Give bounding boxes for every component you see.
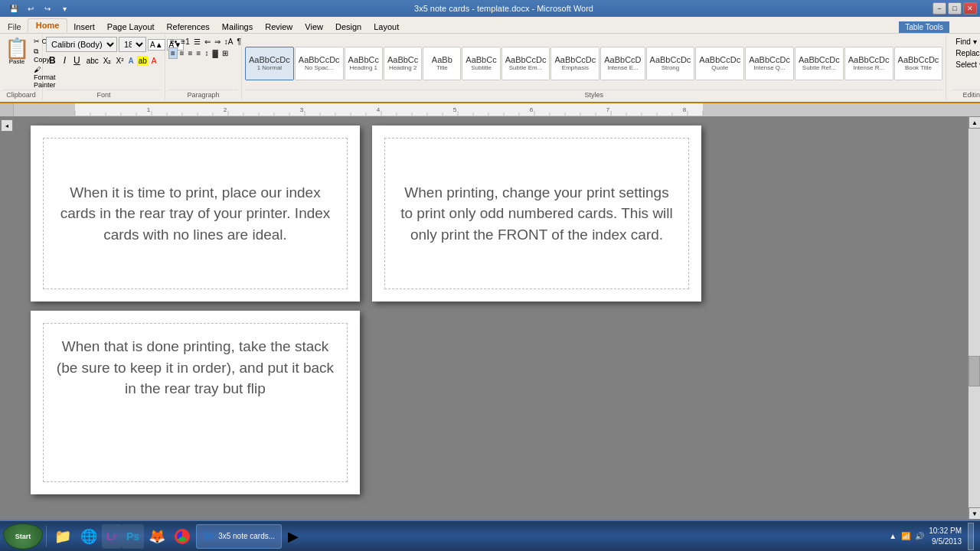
customize-qat-btn[interactable]: ▾ <box>57 2 72 15</box>
shading-btn[interactable]: ▓ <box>211 48 219 58</box>
style-heading2[interactable]: AaBbCcHeading 2 <box>384 47 422 80</box>
save-qat-btn[interactable]: 💾 <box>6 2 21 15</box>
tab-design[interactable]: Design <box>329 21 368 33</box>
tab-review[interactable]: Review <box>259 21 299 33</box>
tab-mailings[interactable]: Mailings <box>216 21 259 33</box>
tab-file[interactable]: File <box>2 21 28 33</box>
superscript-btn[interactable]: X² <box>114 56 125 66</box>
style-subtitle[interactable]: AaBbCcSubtitle <box>462 47 500 80</box>
editing-btns: Find ▾ Replace Select ▾ <box>952 37 980 90</box>
style-heading1[interactable]: AaBbCcHeading 1 <box>345 47 383 80</box>
multilevel-btn[interactable]: ☰ <box>192 37 202 47</box>
svg-text:1: 1 <box>147 106 151 113</box>
taskbar-chrome[interactable] <box>170 524 194 549</box>
paste-btn[interactable]: 📋 Paste <box>3 37 31 67</box>
style-emphasis[interactable]: AaBbCcDcEmphasis <box>550 47 599 80</box>
style-book-title[interactable]: AaBbCcDcBook Title <box>894 47 943 80</box>
align-right-btn[interactable]: ≡ <box>187 48 194 58</box>
font-group-label: Font <box>46 90 162 99</box>
minimize-btn[interactable]: − <box>933 2 946 15</box>
line-spacing-btn[interactable]: ↕ <box>203 48 210 58</box>
page-wrapper-1: When it is time to print, place our inde… <box>24 122 366 305</box>
svg-text:5: 5 <box>453 106 457 113</box>
tab-insert[interactable]: Insert <box>67 21 101 33</box>
scroll-track[interactable] <box>969 129 980 507</box>
explorer-icon: 📁 <box>54 528 71 545</box>
svg-text:3: 3 <box>300 106 304 113</box>
style-intense-r[interactable]: AaBbCcDcIntense R... <box>844 47 893 80</box>
tab-references[interactable]: References <box>161 21 216 33</box>
paste-label: Paste <box>9 58 24 65</box>
cards-row-1: When it is time to print, place our inde… <box>24 122 957 305</box>
font-color-btn[interactable]: A <box>150 56 158 66</box>
para-row1: ≡• ≡1 ☰ ⇐ ⇒ ↕A ¶ <box>168 37 238 47</box>
style-intense-q[interactable]: AaBbCcDcIntense Q... <box>745 47 794 80</box>
scroll-up-btn[interactable]: ▲ <box>969 116 980 129</box>
font-size-select[interactable]: 180 <box>119 37 146 52</box>
strikethrough-btn[interactable]: abc <box>85 56 100 66</box>
font-name-select[interactable]: Calibri (Body) <box>46 37 117 52</box>
clock[interactable]: 10:32 PM 9/5/2013 <box>929 526 962 547</box>
style-subtle-ref[interactable]: AaBbCcDcSubtle Ref... <box>795 47 844 80</box>
style-intense-em[interactable]: AaBbCcDIntense E... <box>600 47 645 80</box>
find-btn[interactable]: Find ▾ <box>952 37 980 47</box>
select-btn[interactable]: Select ▾ <box>952 60 980 70</box>
undo-qat-btn[interactable]: ↩ <box>23 2 38 15</box>
taskbar-photoshop[interactable]: Ps <box>122 524 144 549</box>
underline-btn[interactable]: U <box>70 54 83 67</box>
tab-home[interactable]: Home <box>28 18 68 33</box>
card-1-box: When it is time to print, place our inde… <box>43 138 348 289</box>
sort-btn[interactable]: ↕A <box>223 37 235 47</box>
borders-btn[interactable]: ⊞ <box>220 48 230 58</box>
taskbar-vlc[interactable]: ▶ <box>283 524 303 549</box>
style-strong[interactable]: AaBbCcDcStrong <box>646 47 695 80</box>
page-wrapper-3: When that is done printing, take the sta… <box>24 308 366 497</box>
document-area: When it is time to print, place our inde… <box>14 116 968 520</box>
restore-btn[interactable]: □ <box>948 2 962 15</box>
start-btn[interactable]: Start <box>3 523 43 549</box>
taskbar-lightroom[interactable]: Lr <box>102 524 122 549</box>
style-quote[interactable]: AaBbCcDcQuote <box>695 47 744 80</box>
tab-layout[interactable]: Layout <box>368 21 405 33</box>
clock-date: 9/5/2013 <box>929 536 962 547</box>
right-scrollbar[interactable]: ▲ ▼ <box>968 116 980 520</box>
taskbar-ie[interactable]: 🌐 <box>76 524 102 549</box>
italic-btn[interactable]: I <box>60 54 69 67</box>
left-scroll-up[interactable]: ◂ <box>1 119 13 132</box>
numbering-btn[interactable]: ≡1 <box>179 37 191 47</box>
taskbar-explorer[interactable]: 📁 <box>50 524 76 549</box>
decrease-indent-btn[interactable]: ⇐ <box>203 37 212 47</box>
word-taskbar-label: 3x5 note cards... <box>218 532 275 540</box>
taskbar-firefox[interactable]: 🦊 <box>144 524 170 549</box>
grow-font-btn[interactable]: A▲ <box>148 39 165 51</box>
redo-qat-btn[interactable]: ↪ <box>40 2 55 15</box>
tray-expand-btn[interactable]: ▲ <box>889 532 897 540</box>
ruler-container: 1 2 3 4 5 6 7 8 <box>0 103 980 116</box>
style-no-spacing[interactable]: AaBbCcDcNo Spac... <box>295 47 344 80</box>
align-center-btn[interactable]: ≡ <box>178 48 186 58</box>
svg-text:2: 2 <box>224 106 227 113</box>
network-icon: 📶 <box>901 532 910 540</box>
title-bar-text: 3x5 note cards - template.docx - Microso… <box>75 4 933 13</box>
style-title[interactable]: AaBbTitle <box>423 47 461 80</box>
close-btn[interactable]: ✕ <box>963 2 977 15</box>
scroll-down-btn[interactable]: ▼ <box>969 507 980 520</box>
bold-btn[interactable]: B <box>46 54 59 67</box>
subscript-btn[interactable]: X₂ <box>102 56 113 66</box>
text-effects-btn[interactable]: A <box>126 56 135 66</box>
highlight-btn[interactable]: ab <box>137 56 149 66</box>
card-2-text: When printing, change your print setting… <box>397 182 676 246</box>
style-normal[interactable]: AaBbCcDc1 Normal <box>245 47 294 80</box>
align-left-btn[interactable]: ≡ <box>168 47 178 59</box>
show-desktop-btn[interactable] <box>968 523 974 550</box>
bullets-btn[interactable]: ≡• <box>168 37 178 47</box>
taskbar-word[interactable]: W 3x5 note cards... <box>196 524 282 549</box>
scroll-thumb[interactable] <box>969 356 980 386</box>
tab-view[interactable]: View <box>299 21 329 33</box>
style-subtle-em[interactable]: AaBbCcDcSubtle Em... <box>501 47 550 80</box>
increase-indent-btn[interactable]: ⇒ <box>213 37 222 47</box>
justify-btn[interactable]: ≡ <box>195 48 203 58</box>
svg-rect-1 <box>14 103 75 116</box>
tab-page-layout[interactable]: Page Layout <box>101 21 161 33</box>
replace-btn[interactable]: Replace <box>952 48 980 58</box>
